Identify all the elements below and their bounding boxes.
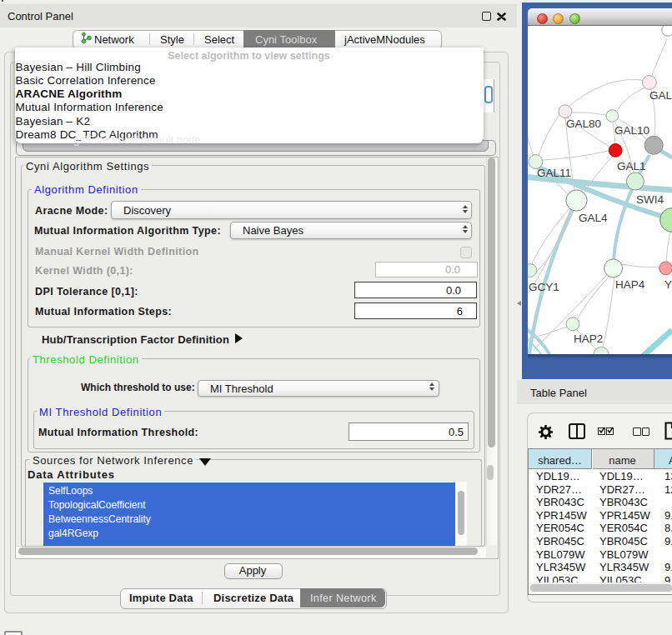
svg-text:HAP4: HAP4 (615, 278, 645, 291)
svg-text:GAL4: GAL4 (579, 212, 608, 224)
svg-text:HAP2: HAP2 (574, 332, 603, 345)
svg-text:GAL80: GAL80 (566, 118, 601, 130)
svg-text:GAL1: GAL1 (617, 160, 646, 172)
svg-text:Y: Y (664, 278, 672, 291)
svg-text:GAL11: GAL11 (537, 167, 571, 179)
svg-text:GAL2: GAL2 (649, 89, 672, 102)
svg-text:GAL10: GAL10 (614, 124, 649, 137)
svg-text:SWI4: SWI4 (636, 193, 664, 206)
svg-text:GCY1: GCY1 (529, 281, 559, 293)
